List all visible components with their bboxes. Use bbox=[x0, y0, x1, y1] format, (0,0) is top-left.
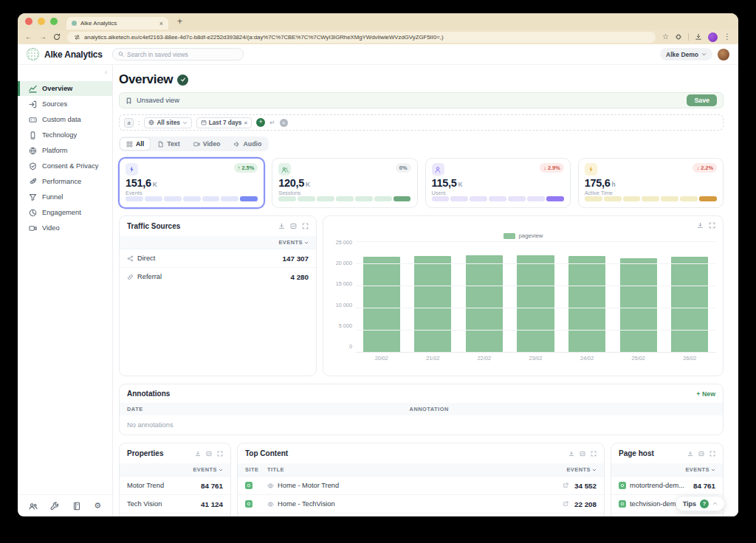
date-range-filter[interactable]: Last 7 days × bbox=[196, 117, 252, 128]
bar-pageview[interactable] bbox=[414, 256, 451, 353]
sidebar-item-consent-privacy[interactable]: Consent & Privacy bbox=[18, 159, 112, 173]
events-column-header[interactable]: EVENTS bbox=[193, 466, 217, 473]
title-column-header[interactable]: TITLE bbox=[267, 466, 284, 473]
table-row[interactable]: Motor Trend 84 761 bbox=[120, 476, 230, 494]
table-row[interactable]: Home - Game Hub 14 921 bbox=[238, 513, 604, 516]
menu-dots-icon[interactable]: ⋮ bbox=[724, 33, 731, 41]
download-icon[interactable] bbox=[687, 451, 693, 457]
minimize-window-button[interactable] bbox=[38, 18, 45, 25]
tips-button[interactable]: Tips ? bbox=[676, 496, 725, 511]
account-switcher[interactable]: Alke Demo bbox=[660, 48, 712, 60]
extensions-icon[interactable] bbox=[675, 33, 682, 41]
stat-card-active-time[interactable]: ↓ 2.2% 175,6 h Active Time bbox=[578, 158, 724, 208]
browser-profile-avatar[interactable] bbox=[708, 32, 718, 42]
tab-video[interactable]: Video bbox=[188, 138, 227, 150]
forward-icon[interactable]: → bbox=[39, 33, 47, 41]
events-column-header[interactable]: EVENTS bbox=[566, 466, 591, 473]
bar-pageview[interactable] bbox=[568, 256, 605, 353]
annotation-column-header[interactable]: ANNOTATION bbox=[410, 406, 449, 412]
download-icon[interactable] bbox=[697, 222, 704, 229]
chart-view-icon[interactable] bbox=[698, 451, 704, 457]
expand-icon[interactable] bbox=[302, 223, 309, 229]
tab-text[interactable]: Text bbox=[151, 138, 185, 150]
expand-icon[interactable] bbox=[217, 451, 223, 457]
table-row[interactable]: gamehub-demo.... 25 702 bbox=[611, 513, 723, 516]
user-avatar[interactable] bbox=[718, 49, 729, 60]
table-row[interactable]: Home - Motor Trend 34 552 bbox=[238, 476, 604, 494]
team-icon[interactable] bbox=[29, 502, 38, 511]
stat-card-sessions[interactable]: 0% 120,5 K Sessions bbox=[272, 158, 417, 208]
sidebar-item-custom-data[interactable]: Custom data bbox=[18, 112, 112, 127]
gear-icon[interactable]: ⚙ bbox=[94, 502, 101, 510]
bar-pageview[interactable] bbox=[517, 255, 554, 353]
download-icon[interactable] bbox=[568, 451, 574, 457]
remove-filter-icon[interactable]: × bbox=[244, 120, 247, 126]
new-annotation-button[interactable]: + New bbox=[696, 390, 715, 398]
filter-group-chip[interactable]: a bbox=[124, 118, 134, 128]
delta-badge: 0% bbox=[396, 163, 411, 173]
reload-icon[interactable] bbox=[53, 33, 61, 41]
chart-view-icon[interactable] bbox=[206, 451, 212, 457]
browser-tab[interactable]: Alke Analytics × bbox=[66, 17, 168, 30]
table-row[interactable]: Tech Vision 41 124 bbox=[120, 494, 230, 513]
search-input[interactable] bbox=[127, 51, 238, 58]
table-row[interactable]: Referral 4 280 bbox=[120, 267, 316, 286]
bookmark-star-icon[interactable]: ☆ bbox=[662, 33, 669, 41]
new-tab-button[interactable]: + bbox=[177, 17, 182, 26]
y-tick-label: 10 000 bbox=[336, 302, 352, 308]
chart-view-icon[interactable] bbox=[290, 223, 297, 229]
tab-audio[interactable]: Audio bbox=[227, 138, 267, 150]
address-bar[interactable]: analytics.alketech.eu/c4ef2163-88ee-4d7c… bbox=[67, 32, 656, 43]
docs-icon[interactable] bbox=[72, 502, 81, 511]
table-row[interactable]: Home - TechVision 22 208 bbox=[238, 494, 604, 513]
expand-icon[interactable] bbox=[591, 451, 597, 457]
events-column-header[interactable]: EVENTS bbox=[278, 239, 303, 246]
download-icon[interactable] bbox=[195, 451, 201, 457]
site-info-icon[interactable] bbox=[74, 34, 80, 41]
add-filter-button[interactable]: + bbox=[256, 118, 265, 127]
save-button[interactable]: Save bbox=[687, 94, 717, 106]
sidebar-item-performance[interactable]: Performance bbox=[18, 174, 112, 189]
expand-icon[interactable] bbox=[709, 451, 715, 457]
search-box[interactable] bbox=[112, 48, 244, 60]
table-row[interactable]: Game Hub 25 702 bbox=[120, 513, 230, 516]
table-row[interactable]: motortrend-dem... 84 761 bbox=[611, 476, 723, 494]
tab-close-icon[interactable]: × bbox=[159, 20, 163, 27]
bar-pageview[interactable] bbox=[620, 258, 657, 353]
sidebar-item-technology[interactable]: Technology bbox=[18, 128, 112, 142]
download-icon[interactable] bbox=[278, 223, 285, 229]
chart-view-icon[interactable] bbox=[580, 451, 585, 457]
tab-all[interactable]: All bbox=[120, 138, 150, 150]
clear-filters-button[interactable]: × bbox=[280, 119, 288, 127]
zoom-window-button[interactable] bbox=[50, 18, 58, 25]
close-window-button[interactable] bbox=[25, 18, 32, 25]
bar-pageview[interactable] bbox=[363, 257, 400, 353]
external-link-icon[interactable] bbox=[563, 501, 568, 507]
date-column-header[interactable]: DATE bbox=[127, 406, 410, 412]
sidebar-item-video[interactable]: Video bbox=[18, 221, 112, 235]
chart-legend[interactable]: pageview bbox=[331, 232, 715, 239]
external-link-icon[interactable] bbox=[563, 483, 568, 488]
site-column-header[interactable]: SITE bbox=[245, 466, 267, 473]
bar-pageview[interactable] bbox=[466, 255, 503, 353]
wrench-icon[interactable] bbox=[50, 502, 59, 511]
downloads-icon[interactable] bbox=[695, 33, 702, 41]
bar-pageview[interactable] bbox=[671, 257, 708, 353]
sites-filter[interactable]: All sites bbox=[144, 117, 191, 128]
stat-card-events[interactable]: ↑ 2.5% 151,6 K Events bbox=[119, 158, 264, 208]
events-column-header[interactable]: EVENTS bbox=[685, 466, 709, 473]
stat-card-users[interactable]: ↓ 2.9% 115,5 K Users bbox=[425, 158, 571, 208]
sidebar-collapse-icon[interactable]: ‹ bbox=[105, 69, 107, 76]
sidebar-item-sources[interactable]: Sources bbox=[18, 97, 112, 111]
sidebar-item-overview[interactable]: Overview bbox=[18, 81, 112, 96]
sessions-users-icon bbox=[278, 163, 291, 176]
sidebar-item-engagement[interactable]: Engagement bbox=[18, 205, 112, 220]
y-tick-label: 15 000 bbox=[336, 280, 352, 287]
table-row[interactable]: Direct 147 307 bbox=[120, 249, 316, 267]
spark-segment bbox=[278, 196, 296, 201]
sidebar-item-funnel[interactable]: Funnel bbox=[18, 190, 112, 204]
app-logo[interactable] bbox=[27, 48, 39, 60]
expand-icon[interactable] bbox=[709, 222, 715, 229]
sidebar-item-platform[interactable]: Platform bbox=[18, 143, 112, 158]
back-icon[interactable]: ← bbox=[25, 33, 32, 41]
